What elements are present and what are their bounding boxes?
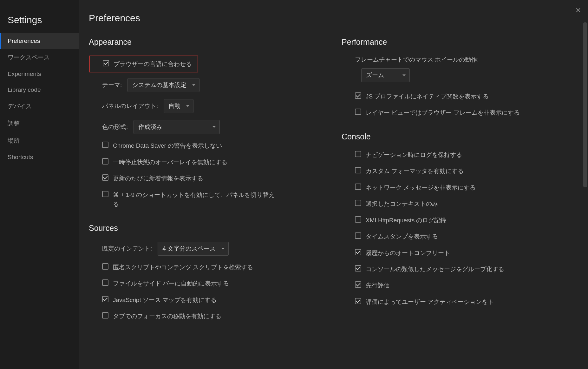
row-eager-eval: 先行評価 xyxy=(342,281,575,290)
select-theme[interactable]: システムの基本設定 xyxy=(127,78,199,92)
label-chrome-data-saver: Chrome Data Saver の警告を表示しない xyxy=(113,141,222,150)
label-indent: 既定のインデント: xyxy=(102,245,152,253)
row-hide-browser-frames: レイヤー ビューではブラウザー フレームを非表示にする xyxy=(342,108,575,117)
row-user-activation: 評価によってユーザー アクティベーションをト xyxy=(342,297,575,306)
row-theme: テーマ: システムの基本設定 xyxy=(89,78,323,92)
settings-sidebar: Settings Preferences ワークスペース Experiments… xyxy=(0,0,79,369)
row-disable-pause-overlay: 一時停止状態のオーバーレイを無効にする xyxy=(89,158,323,167)
checkbox-preserve-log[interactable] xyxy=(355,151,361,157)
row-cmd-shortcut: ⌘ + 1-9 のショートカットを有効にして、パネルを切り替える xyxy=(89,190,323,209)
right-column: Performance フレームチャートでのマウス ホイールの動作: ズーム J… xyxy=(342,36,575,328)
row-auto-reveal: ファイルをサイド バーに自動的に表示する xyxy=(89,279,323,288)
checkbox-match-browser-language[interactable] xyxy=(103,60,109,66)
checkbox-group-similar[interactable] xyxy=(355,265,361,272)
label-show-whats-new: 更新のたびに新着情報を表示する xyxy=(113,174,203,183)
label-preserve-log: ナビゲーション時にログを保持する xyxy=(366,150,462,159)
checkbox-disable-pause-overlay[interactable] xyxy=(102,158,108,164)
label-selected-context: 選択したコンテキストのみ xyxy=(366,199,438,208)
row-js-source-maps: JavaScript ソース マップを有効にする xyxy=(89,295,323,305)
label-timestamps: タイムスタンプを表示する xyxy=(366,232,438,241)
checkbox-log-xhr[interactable] xyxy=(355,216,361,223)
row-timestamps: タイムスタンプを表示する xyxy=(342,232,575,241)
label-flamechart-wheel: フレームチャートでのマウス ホイールの動作: xyxy=(342,56,575,64)
checkbox-show-whats-new[interactable] xyxy=(102,174,108,181)
label-hide-browser-frames: レイヤー ビューではブラウザー フレームを非表示にする xyxy=(366,108,520,117)
section-sources: Sources 既定のインデント: 4 文字分のスペース 匿名スクリプトやコンテ… xyxy=(89,224,323,321)
select-panel-layout[interactable]: 自動 xyxy=(164,99,193,113)
row-show-whats-new: 更新のたびに新着情報を表示する xyxy=(89,174,323,183)
section-console: Console ナビゲーション時にログを保持する カスタム フォーマッタを有効に… xyxy=(342,132,575,306)
select-flamechart-wheel[interactable]: ズーム xyxy=(361,68,410,82)
checkbox-search-anon[interactable] xyxy=(102,263,108,270)
checkbox-selected-context[interactable] xyxy=(355,200,361,206)
close-icon[interactable]: ✕ xyxy=(575,6,581,15)
label-show-native: JS プロファイルにネイティブ関数を表示する xyxy=(366,92,489,101)
label-eager-eval: 先行評価 xyxy=(366,281,390,290)
checkbox-tab-focus[interactable] xyxy=(102,312,108,319)
select-color-format[interactable]: 作成済み xyxy=(134,120,220,134)
row-hide-network: ネットワーク メッセージを非表示にする xyxy=(342,183,575,192)
label-theme: テーマ: xyxy=(102,81,122,89)
label-panel-layout: パネルのレイアウト: xyxy=(102,102,158,110)
section-title-console: Console xyxy=(342,132,575,141)
row-panel-layout: パネルのレイアウト: 自動 xyxy=(89,99,323,113)
row-preserve-log: ナビゲーション時にログを保持する xyxy=(342,150,575,159)
row-search-anon: 匿名スクリプトやコンテンツ スクリプトを検索する xyxy=(89,263,323,272)
sidebar-item-preferences[interactable]: Preferences xyxy=(0,33,79,49)
label-tab-focus: タブでのフォーカスの移動を有効にする xyxy=(113,312,221,321)
row-selected-context: 選択したコンテキストのみ xyxy=(342,199,575,208)
checkbox-js-source-maps[interactable] xyxy=(102,296,108,302)
sidebar-item-locations[interactable]: 場所 xyxy=(0,132,79,149)
row-show-native: JS プロファイルにネイティブ関数を表示する xyxy=(342,92,575,101)
section-performance: Performance フレームチャートでのマウス ホイールの動作: ズーム J… xyxy=(342,37,575,117)
checkbox-chrome-data-saver[interactable] xyxy=(102,142,108,148)
checkbox-custom-formatters[interactable] xyxy=(355,167,361,173)
checkbox-auto-reveal[interactable] xyxy=(102,279,108,286)
row-color-format: 色の形式: 作成済み xyxy=(89,120,323,134)
label-auto-reveal: ファイルをサイド バーに自動的に表示する xyxy=(113,279,229,288)
checkbox-hide-browser-frames[interactable] xyxy=(355,109,361,115)
sidebar-item-experiments[interactable]: Experiments xyxy=(0,66,79,82)
row-group-similar: コンソールの類似したメッセージをグループ化する xyxy=(342,265,575,274)
label-hide-network: ネットワーク メッセージを非表示にする xyxy=(366,183,476,192)
label-match-browser-language: ブラウザーの言語に合わせる xyxy=(114,59,192,69)
section-appearance: Appearance ブラウザーの言語に合わせる テーマ: システムの基本設定 … xyxy=(89,37,323,209)
checkbox-hide-network[interactable] xyxy=(355,184,361,190)
label-cmd-shortcut: ⌘ + 1-9 のショートカットを有効にして、パネルを切り替える xyxy=(113,190,278,209)
row-log-xhr: XMLHttpRequests のログ記録 xyxy=(342,216,575,225)
sidebar-title: Settings xyxy=(0,9,79,33)
main-panel: ✕ Preferences Appearance ブラウザーの言語に合わせる テ… xyxy=(79,0,588,369)
row-indent: 既定のインデント: 4 文字分のスペース xyxy=(89,242,323,256)
select-indent[interactable]: 4 文字分のスペース xyxy=(158,242,229,256)
label-user-activation: 評価によってユーザー アクティベーションをト xyxy=(366,297,494,306)
label-js-source-maps: JavaScript ソース マップを有効にする xyxy=(113,295,217,305)
section-title-appearance: Appearance xyxy=(89,37,323,47)
left-column: Appearance ブラウザーの言語に合わせる テーマ: システムの基本設定 … xyxy=(89,36,323,328)
label-group-similar: コンソールの類似したメッセージをグループ化する xyxy=(366,265,504,274)
page-title: Preferences xyxy=(89,13,575,23)
section-title-performance: Performance xyxy=(342,37,575,47)
row-chrome-data-saver: Chrome Data Saver の警告を表示しない xyxy=(89,141,323,150)
checkbox-user-activation[interactable] xyxy=(355,298,361,304)
sidebar-item-library-code[interactable]: Library code xyxy=(0,82,79,98)
checkbox-show-native[interactable] xyxy=(355,92,361,99)
checkbox-cmd-shortcut[interactable] xyxy=(102,191,108,197)
sidebar-item-shortcuts[interactable]: Shortcuts xyxy=(0,149,79,165)
row-autocomplete-history: 履歴からのオートコンプリート xyxy=(342,248,575,258)
row-match-browser-language: ブラウザーの言語に合わせる xyxy=(89,56,198,72)
sidebar-item-throttling[interactable]: 調整 xyxy=(0,115,79,132)
checkbox-autocomplete-history[interactable] xyxy=(355,249,361,255)
label-autocomplete-history: 履歴からのオートコンプリート xyxy=(366,248,450,258)
sidebar-item-devices[interactable]: デバイス xyxy=(0,98,79,115)
row-tab-focus: タブでのフォーカスの移動を有効にする xyxy=(89,312,323,321)
label-disable-pause-overlay: 一時停止状態のオーバーレイを無効にする xyxy=(113,158,227,167)
section-title-sources: Sources xyxy=(89,224,323,233)
label-log-xhr: XMLHttpRequests のログ記録 xyxy=(366,216,446,225)
label-color-format: 色の形式: xyxy=(102,123,128,131)
checkbox-timestamps[interactable] xyxy=(355,232,361,239)
label-search-anon: 匿名スクリプトやコンテンツ スクリプトを検索する xyxy=(113,263,253,272)
label-custom-formatters: カスタム フォーマッタを有効にする xyxy=(366,166,464,176)
checkbox-eager-eval[interactable] xyxy=(355,281,361,288)
sidebar-item-workspace[interactable]: ワークスペース xyxy=(0,49,79,66)
scrollbar[interactable] xyxy=(583,22,587,187)
